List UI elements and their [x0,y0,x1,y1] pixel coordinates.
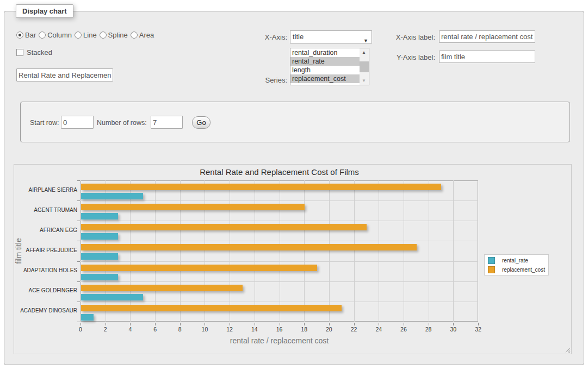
gridline-vertical [205,180,205,322]
chart-y-axis-label: film title [14,238,23,264]
gridline-vertical [106,180,106,322]
start-row-input[interactable] [61,116,94,129]
panel-legend: Display chart [16,4,73,18]
category-label: ACE GOLDFINGER [14,287,77,293]
radio-label: Spline [108,31,128,39]
chart-title-input[interactable] [16,68,113,81]
x-tick-label: 2 [95,326,116,333]
display-chart-panel: Display chart BarColumnLineSplineArea St… [4,11,584,365]
gridline-vertical [379,180,379,322]
radio-icon[interactable] [131,32,138,39]
x-axis-tick [230,323,230,325]
gridline-vertical [230,180,230,322]
y-axis-label-input[interactable] [439,51,535,63]
stacked-label: Stacked [27,48,52,57]
chart-x-axis-label: rental rate / replacement cost [81,336,478,345]
series-multiselect[interactable]: rental_durationrental_ratelengthreplacem… [290,48,369,85]
y-axis-tick [77,200,80,201]
series-option-rental_rate[interactable]: rental_rate [290,57,360,66]
x-axis-select[interactable]: title ▼ [290,30,372,43]
gridline-vertical [453,180,454,322]
gridline-vertical [354,180,355,322]
y-axis-tick [77,241,80,241]
chart-container: Rental Rate and Replacement Cost of Film… [14,164,572,354]
stacked-checkbox-row[interactable]: Stacked [16,48,52,57]
radio-label: Column [47,31,72,39]
stacked-checkbox[interactable] [16,49,23,56]
bar-replacement_cost [81,244,417,250]
x-tick-label: 22 [343,326,365,333]
go-button[interactable]: Go [192,116,211,129]
series-option-rental_duration[interactable]: rental_duration [290,48,360,57]
y-axis-label-label: Y-Axis label: [380,53,435,61]
gridline-horizontal [81,241,478,241]
bar-rental_rate [81,294,143,300]
radio-label: Area [139,31,154,39]
x-tick-label: 20 [318,326,340,333]
y-axis-tick [77,221,80,221]
scrollbar-thumb[interactable] [360,61,369,72]
chart-type-radio-group: BarColumnLineSplineArea [16,31,154,39]
chart-type-radio-bar[interactable]: Bar [16,31,36,39]
chart-type-radio-line[interactable]: Line [75,31,97,39]
radio-icon[interactable] [100,32,107,39]
x-axis-tick [280,323,280,325]
x-axis-label-input[interactable] [439,30,535,43]
x-axis-tick [429,323,429,325]
x-tick-label: 28 [418,326,440,333]
series-option-replacement_cost[interactable]: replacement_cost [290,74,360,83]
radio-icon[interactable] [39,32,46,39]
gridline-vertical [429,180,429,322]
chart-legend: rental_ratereplacement_cost [484,254,549,275]
x-tick-label: 24 [368,326,389,333]
bar-replacement_cost [81,224,367,230]
x-axis-tick [205,323,205,325]
legend-label: rental_rate [502,257,528,264]
legend-swatch [488,266,495,273]
num-rows-input[interactable] [151,116,183,129]
bar-replacement_cost [81,265,317,271]
gridline-vertical [130,180,131,322]
gridline-vertical [180,180,181,322]
chart-type-radio-area[interactable]: Area [131,31,154,39]
category-label: AFFAIR PREJUDICE [14,247,77,253]
category-label: AGENT TRUMAN [14,207,77,213]
bar-rental_rate [81,253,118,260]
gridline-vertical [304,180,305,322]
legend-label: replacement_cost [502,266,545,273]
gridline-horizontal [81,302,478,302]
x-axis-tick [180,323,181,325]
radio-icon[interactable] [75,32,82,39]
bar-replacement_cost [81,285,243,291]
gridline-horizontal [81,221,478,221]
x-tick-label: 8 [169,326,191,333]
x-axis-tick [81,323,81,325]
scroll-up-icon[interactable]: ▲ [362,50,366,55]
start-row-label: Start row: [30,119,59,127]
chart-type-radio-column[interactable]: Column [39,31,72,39]
x-axis-tick [106,323,106,325]
series-scrollbar[interactable]: ▲ ▼ [360,48,369,85]
x-axis-tick [478,323,479,325]
series-option-length[interactable]: length [290,66,360,74]
bar-rental_rate [81,233,118,240]
gridline-vertical [329,180,330,322]
x-axis-tick [155,323,156,325]
x-tick-label: 26 [393,326,414,333]
y-axis-tick [77,180,80,181]
category-label: ADAPTATION HOLES [14,267,77,273]
resize-handle-icon[interactable] [565,348,571,353]
chart-type-radio-spline[interactable]: Spline [100,31,128,39]
x-axis-tick [130,323,131,325]
scroll-down-icon[interactable]: ▼ [362,78,366,83]
bar-rental_rate [81,314,94,321]
gridline-vertical [280,180,280,322]
radio-icon[interactable] [16,32,23,39]
num-rows-label: Number of rows: [97,119,147,127]
x-axis-tick [354,323,355,325]
bar-rental_rate [81,213,118,220]
x-axis-label-label: X-Axis label: [380,33,435,41]
gridline-vertical [155,180,156,322]
y-axis-tick [77,281,80,282]
bar-replacement_cost [81,305,342,311]
